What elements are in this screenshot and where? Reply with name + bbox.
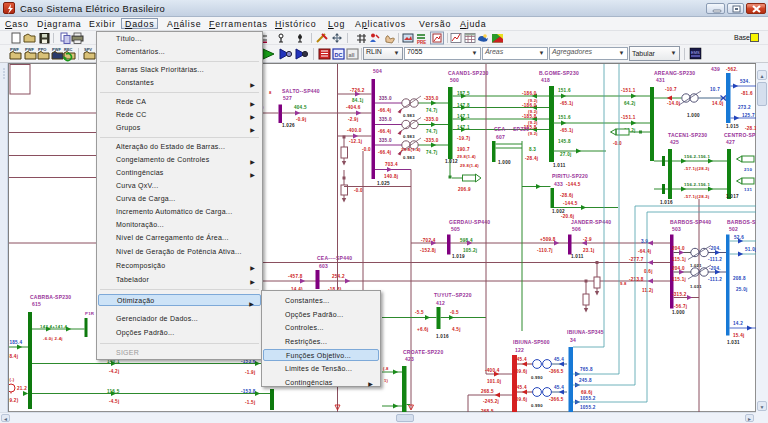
svg-text:-1.5j: -1.5j: [245, 400, 255, 405]
svg-text:-45.4: -45.4: [515, 357, 527, 362]
svg-text:-144.5: -144.5: [566, 182, 581, 187]
svg-text:9.8: 9.8: [620, 281, 627, 286]
svg-text:-65.1j: -65.1j: [560, 128, 573, 133]
svg-text:AREANG-SP230: AREANG-SP230: [654, 70, 695, 76]
svg-text:15.4j: 15.4j: [733, 333, 744, 338]
svg-text:TACEN1-SP230: TACEN1-SP230: [668, 132, 707, 138]
svg-text:-45.4: -45.4: [515, 385, 527, 390]
svg-text:-335.0: -335.0: [424, 117, 439, 122]
svg-text:423: 423: [405, 356, 414, 362]
svg-text:25.0j: 25.0j: [736, 287, 747, 292]
svg-text:335.0: 335.0: [379, 96, 392, 101]
svg-text:9.2): 9.2): [10, 398, 19, 403]
svg-text:8.3: 8.3: [529, 147, 536, 152]
svg-text:14.0j: 14.0j: [712, 101, 723, 106]
svg-text:412: 412: [436, 300, 445, 306]
svg-text:1): 1): [384, 378, 389, 383]
svg-text:-457.8: -457.8: [288, 274, 303, 279]
svg-text:23.1j: 23.1j: [583, 248, 594, 253]
svg-text:268.5: 268.5: [481, 389, 494, 394]
svg-text:PWF: PWF: [25, 47, 34, 52]
svg-text:147.8: 147.8: [457, 103, 470, 108]
svg-text:-562.: -562.: [726, 67, 738, 72]
svg-text:-726.2: -726.2: [350, 88, 365, 93]
svg-text:-204.: -204.: [709, 246, 721, 251]
svg-text:+6.6j: +6.6j: [417, 327, 429, 332]
svg-text:-185.8: -185.8: [522, 114, 537, 119]
svg-text:-56.7j: -56.7j: [674, 304, 687, 309]
svg-text:-28.6j: -28.6j: [560, 193, 573, 198]
svg-text:206.9: 206.9: [458, 187, 471, 192]
svg-text:11.2j: 11.2j: [642, 288, 653, 293]
svg-text:IBIUNA-SP500: IBIUNA-SP500: [513, 339, 550, 345]
svg-text:-315.2: -315.2: [672, 292, 687, 297]
svg-text:45.4: 45.4: [554, 385, 564, 390]
svg-text:P1R: P1R: [85, 311, 95, 316]
svg-text:122: 122: [515, 347, 524, 353]
svg-text:0.990: 0.990: [531, 403, 543, 408]
svg-text:607: 607: [496, 134, 505, 140]
svg-text:TUYUT--SP220: TUYUT--SP220: [434, 292, 472, 298]
svg-text:29.8(1.4): 29.8(1.4): [457, 154, 476, 159]
svg-text:204.0: 204.0: [672, 246, 685, 251]
svg-text:PWF: PWF: [10, 47, 19, 52]
svg-text:-152.8j: -152.8j: [420, 248, 436, 253]
svg-text:502: 502: [729, 226, 738, 232]
svg-text:598.4: 598.4: [460, 238, 473, 243]
svg-text:CABRBA-SP230: CABRBA-SP230: [30, 294, 71, 300]
svg-text:0.990: 0.990: [531, 375, 543, 380]
svg-text:500: 500: [450, 77, 459, 83]
svg-text:1.000: 1.000: [498, 160, 511, 165]
svg-text:-28.4j: -28.4j: [525, 156, 538, 161]
svg-text:-245.2j: -245.2j: [483, 399, 499, 404]
svg-text:27.0j: 27.0j: [560, 152, 571, 157]
svg-text:PIRITU-SP220: PIRITU-SP220: [552, 173, 588, 179]
svg-text:-57.1j(28.2j: -57.1j(28.2j: [684, 166, 709, 171]
svg-text:254.2: 254.2: [332, 274, 345, 279]
svg-text:506: 506: [572, 226, 581, 232]
svg-text:EMS: EMS: [691, 50, 700, 55]
svg-text:(9.2j: (9.2j: [528, 98, 538, 103]
svg-text:1.011: 1.011: [553, 163, 566, 168]
svg-text:-151.1: -151.1: [621, 115, 636, 120]
svg-text:74.7j: 74.7j: [426, 108, 437, 113]
svg-text:74.7j: 74.7j: [426, 129, 437, 134]
svg-text:-64.4j: -64.4j: [638, 249, 651, 254]
svg-text:1055.2: 1055.2: [580, 405, 596, 410]
svg-text:all: all: [349, 52, 356, 58]
svg-text:B.GOME-SP230: B.GOME-SP230: [539, 70, 579, 76]
svg-text:-335.0: -335.0: [424, 138, 439, 143]
svg-text:(-): (-): [10, 377, 15, 382]
svg-text:527: 527: [283, 95, 292, 101]
svg-text:-186.0: -186.0: [522, 103, 537, 108]
svg-text:765.8: 765.8: [580, 367, 593, 372]
svg-text:156.2-156.1: 156.2-156.1: [684, 182, 710, 187]
svg-text:-1.9j: -1.9j: [245, 370, 255, 375]
svg-text:1.031: 1.031: [690, 284, 702, 289]
svg-text:-12.1j: -12.1j: [349, 139, 362, 144]
svg-text:52.6: 52.6: [734, 235, 744, 240]
svg-text:1.011: 1.011: [571, 254, 584, 259]
svg-text:74.7j: 74.7j: [426, 150, 437, 155]
svg-text:427: 427: [726, 139, 735, 145]
svg-text:69.6j: 69.6j: [581, 390, 592, 395]
svg-text:(9.2j: (9.2j: [528, 131, 538, 136]
svg-text:1.016: 1.016: [660, 200, 673, 205]
svg-text:1.000: 1.000: [672, 310, 685, 315]
svg-text:505: 505: [451, 226, 460, 232]
svg-text:1.021: 1.021: [690, 263, 702, 268]
svg-text:109.6j: 109.6j: [513, 369, 527, 374]
svg-text:-144.5: -144.5: [563, 201, 578, 206]
svg-text:-204.: -204.: [709, 266, 721, 271]
svg-text:0.6j: 0.6j: [644, 269, 653, 274]
svg-text:14.2: 14.2: [733, 321, 743, 326]
svg-text:+509.8: +509.8: [540, 237, 556, 242]
svg-text:64.2j: 64.2j: [624, 101, 635, 106]
svg-text:185.4: 185.4: [10, 340, 23, 345]
svg-text:29.8(1.4): 29.8(1.4): [401, 147, 421, 152]
svg-text:-2.9: -2.9: [583, 237, 592, 242]
svg-text:DC: DC: [335, 52, 343, 58]
svg-text:0.983: 0.983: [403, 113, 415, 118]
svg-text:-19.7j: -19.7j: [457, 136, 470, 141]
svg-text:0.983: 0.983: [403, 134, 415, 139]
